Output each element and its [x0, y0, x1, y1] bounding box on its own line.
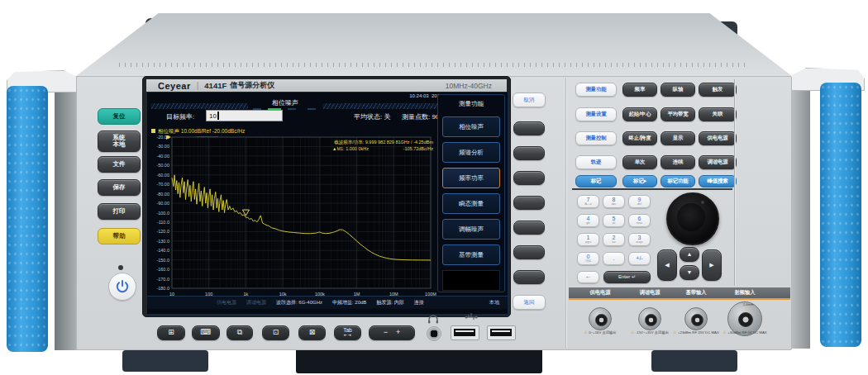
softmenu-item-1[interactable]: 相位噪声 — [442, 116, 500, 137]
left-key-文件[interactable]: 文件 — [98, 156, 141, 173]
svg-text:-60.00: -60.00 — [156, 173, 169, 178]
cancel-softkey[interactable]: 取消 — [513, 93, 546, 107]
keypad-key-关联[interactable]: 关联 — [699, 107, 737, 121]
blank-softkey-5[interactable] — [513, 221, 545, 235]
keypad-key-调谐电源[interactable]: 调谐电源 — [699, 155, 737, 169]
power-button[interactable] — [108, 273, 136, 301]
foot-right — [651, 350, 737, 372]
minus-plus-key[interactable]: − + — [369, 325, 415, 340]
audio-jack[interactable] — [427, 326, 441, 341]
top-vents — [119, 63, 749, 67]
enter-key[interactable]: Enter ↵ — [603, 271, 651, 283]
keypad-key-显示[interactable]: 显示 — [661, 131, 695, 145]
arrow-up-key[interactable]: ▲ — [680, 247, 699, 262]
blank-softkey-2[interactable] — [513, 146, 545, 160]
arrow-left-key[interactable]: ◀ — [657, 249, 677, 281]
display-key[interactable]: ⊡ — [262, 325, 289, 340]
keypad-key-标记功能[interactable]: 标记功能 — [661, 175, 695, 188]
numpad-key-4[interactable]: 4ghi — [577, 214, 599, 227]
softmenu-item-4[interactable]: 瞬态测量 — [442, 193, 500, 214]
connector-port-调谐电源[interactable] — [638, 307, 661, 330]
keypad-key-起始/中心[interactable]: 起始/中心 — [622, 107, 657, 121]
numpad-key-.[interactable]: . — [603, 252, 625, 265]
usb-slot — [490, 329, 512, 336]
target-frequency-label: 目标频率: — [166, 112, 194, 121]
arrow-down-key[interactable]: ▼ — [680, 265, 699, 280]
softmenu-item-5[interactable]: 调幅噪声 — [442, 219, 500, 240]
keypad-divider — [572, 188, 732, 190]
panel-seam — [565, 78, 566, 349]
numpad-key-3[interactable]: 3wxyz — [628, 233, 651, 246]
numpad-key-7[interactable]: 7A—a — [577, 195, 599, 208]
softmenu-item-3[interactable]: 频率功率 — [442, 168, 500, 188]
keypad-key-测量设置[interactable]: 测量设置 — [575, 107, 617, 121]
keypad-key-频率[interactable]: 频率 — [622, 83, 657, 97]
keypad-key-连续[interactable]: 连续 — [661, 155, 695, 169]
marker1-readout: ▲M1: 1.000 0kHz -105.72dBc/Hz — [309, 146, 433, 151]
svg-text:-90.00: -90.00 — [156, 201, 169, 206]
chassis-top — [76, 13, 792, 76]
usb-icon — [465, 312, 478, 322]
status-item-2: 调谐电源 — [246, 299, 266, 306]
left-key-复位[interactable]: 复位 — [98, 108, 141, 125]
blank-softkey-4[interactable] — [513, 196, 545, 210]
numpad-key-5[interactable]: 5jkl — [603, 214, 625, 227]
numpad-key-8[interactable]: 8abc — [603, 195, 625, 208]
keypad-key-纵轴[interactable]: 纵轴 — [661, 83, 695, 97]
blank-softkey-3[interactable] — [513, 171, 545, 185]
connector-port-基带输入[interactable] — [684, 307, 708, 330]
svg-text:-110.0: -110.0 — [157, 220, 169, 225]
right-handle[interactable] — [820, 83, 861, 347]
keypad-key-单次[interactable]: 单次 — [622, 155, 657, 169]
numpad-key-+/-[interactable]: +/- — [628, 252, 651, 265]
tab-key[interactable]: Tab⇤ ⇥ — [334, 325, 361, 340]
keyboard-key[interactable]: ⌨ — [192, 325, 220, 340]
keypad-key-平均带宽[interactable]: 平均带宽 — [661, 107, 695, 121]
status-led — [118, 265, 123, 270]
instrument-front: 复位系统本地文件保存打印帮助 Ceyear | 4141F 信号源分析仪 10M… — [0, 0, 868, 375]
blank-softkey-6[interactable] — [513, 245, 545, 259]
close-key[interactable]: ⊠ — [298, 325, 326, 340]
numpad-key-2[interactable]: 2tuv — [603, 233, 625, 246]
keypad-key-触发[interactable]: 触发 — [699, 83, 737, 97]
left-key-系统[interactable]: 系统本地 — [98, 131, 141, 152]
left-key-保存[interactable]: 保存 — [98, 179, 141, 196]
carrier-readout: 载波频率/功率: 9.999 982 829 81GHz / -4.25dBm — [309, 140, 433, 145]
target-frequency-input[interactable]: 10 — [206, 110, 283, 121]
left-key-打印[interactable]: 打印 — [98, 203, 141, 220]
keypad-key-测量控制[interactable]: 测量控制 — [575, 131, 617, 145]
keypad-key-终止/跨度[interactable]: 终止/跨度 — [622, 131, 657, 145]
keypad-key-轨迹[interactable]: 轨迹 — [575, 155, 617, 169]
usb-port-2[interactable] — [487, 325, 516, 340]
windows-key[interactable]: ⊞ — [157, 325, 185, 340]
left-handle[interactable] — [7, 86, 48, 352]
svg-text:-100.0: -100.0 — [156, 211, 169, 216]
numpad-key-6[interactable]: 6mno — [628, 214, 651, 227]
arrow-right-key[interactable]: ▶ — [702, 249, 722, 281]
numpad-key-1[interactable]: 1pqrs — [577, 233, 599, 246]
numpad-key-9[interactable]: 9def — [628, 195, 651, 208]
softmenu-item-6[interactable]: 基带测量 — [442, 244, 500, 265]
soft-menu: 测量功能相位噪声频谱分析频率功率瞬态测量调幅噪声基带测量 — [437, 94, 505, 292]
keypad-key-标记▸[interactable]: 标记▸ — [622, 175, 657, 188]
usb-port-1[interactable] — [451, 325, 479, 340]
numpad-key-0[interactable]: 0!@& — [577, 252, 599, 265]
keypad-key-测量功能[interactable]: 测量功能 — [575, 83, 617, 97]
back-softkey[interactable]: 返回 — [513, 295, 546, 310]
tab-underline-dash-right — [288, 108, 296, 110]
window-key[interactable]: ⧉ — [227, 325, 253, 340]
blank-softkey-1[interactable] — [513, 121, 545, 135]
keypad-key-标记[interactable]: 标记 — [575, 175, 617, 188]
trace-info: 相位噪声 10.00dB/Ref -20.00dBc/Hz — [151, 128, 245, 135]
marker-readout: 载波频率/功率: 9.999 982 829 81GHz / -4.25dBm … — [309, 140, 433, 151]
tab-phase-noise[interactable]: 相位噪声 — [253, 98, 317, 107]
connector-port-供电电源[interactable] — [589, 307, 612, 330]
rotary-knob[interactable] — [666, 192, 719, 245]
left-key-帮助[interactable]: 帮助 — [98, 228, 141, 244]
blank-softkey-7[interactable] — [513, 270, 545, 284]
softmenu-item-2[interactable]: 频谱分析 — [442, 142, 500, 163]
backspace-key[interactable]: ← — [577, 271, 599, 283]
brand-range: 10MHz-40GHz — [446, 82, 492, 90]
keypad-key-峰值搜索[interactable]: 峰值搜索 — [699, 175, 737, 188]
keypad-key-供电电源[interactable]: 供电电源 — [699, 131, 737, 145]
